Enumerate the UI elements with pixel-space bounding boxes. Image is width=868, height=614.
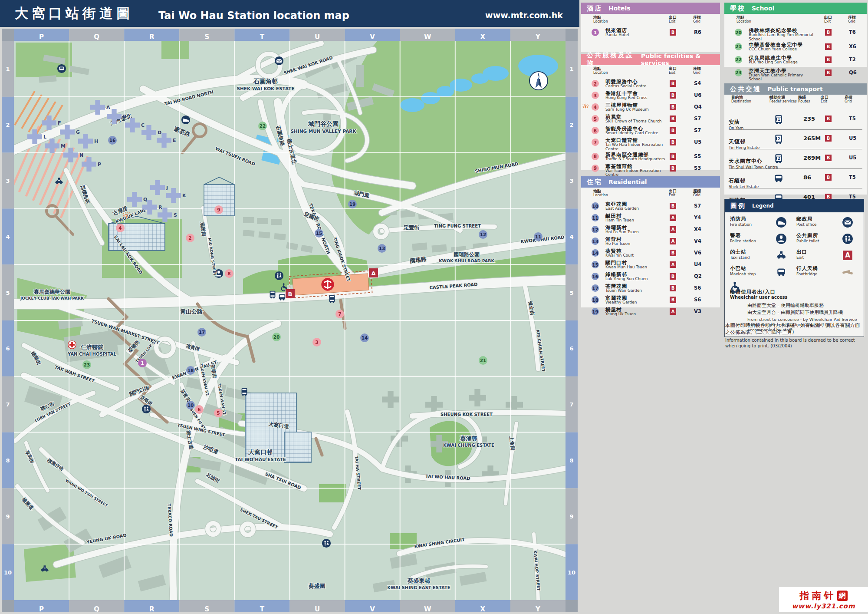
map-marker-9: 9 [214,205,223,214]
exit-badge: A [670,308,676,315]
exit-badge: B [670,116,676,122]
route-number: 86 [803,174,811,181]
area-label: TAI WO HAU ESTATE [235,457,286,462]
school-row: 20 佛教林炳炎紀念學校Buddhist Lam Bing Yim Memori… [724,28,867,41]
grid-reference: S7 [694,116,701,122]
residential-header: 住宅 Residential [581,176,720,188]
grid-row-label: 8 [569,457,573,464]
block-letter: R [158,205,162,210]
location-number-badge: 2 [592,80,599,87]
grid-row-label: 1 [569,66,573,72]
ddbus-icon [329,295,335,303]
location-name-en: Ham Tin Tsuen [605,218,668,222]
map-marker-21: 21 [479,356,487,365]
legend-icon [776,217,787,228]
grid-row-label: 6 [569,345,573,352]
legend-icon [842,250,853,261]
svg-text:22: 22 [260,123,266,129]
hotels-header: 酒店 Hotels [581,3,720,14]
area-label: KWAI SHING EAST ESTATE [387,585,450,590]
grid-reference: S4 [694,80,701,86]
area-label: 石圍角邨 [253,78,278,85]
grid-column-label: T [260,33,265,41]
route-number: 265M [803,135,821,142]
grid-row-label: 8 [6,457,10,464]
location-number-badge: 23 [735,69,742,76]
svg-text:8: 8 [227,271,230,276]
svg-text:18: 18 [187,368,194,373]
location-name-en: Smart Identity Card Centre [605,131,668,135]
location-name-en: Sam Tung Uk Museum [605,108,668,112]
residential-title-en: Residential [608,178,647,185]
map-marker-13: 13 [378,244,386,253]
grid-reference: R6 [694,29,701,35]
map-marker-1: 1 [138,359,147,367]
destination-zh: 天恆邨 [729,138,862,145]
toilet-icon [142,405,151,413]
map-marker-5: 5 [214,409,223,417]
location-number-badge: 3 [592,92,599,99]
post-icon [275,56,283,65]
location-number-badge: 11 [592,214,599,221]
legend-title-en: Legend [752,203,774,209]
svg-text:3: 3 [315,340,318,345]
area-label: 國瑞路公園 [454,251,480,257]
grid-reference: U6 [694,92,701,98]
mtr-website-link[interactable]: www.mtr.com.hk [485,10,563,20]
road-label: 青山公路 [180,308,203,315]
area-label: JOCKEY CLUB TAK WAH PARK [20,296,84,300]
block-letter: H [94,139,98,144]
residential-row: 10 東亞花園East Asia Garden B S7 [581,201,720,212]
grid-column-label: P [39,33,44,41]
wheelchair-note-zh1: 由路面至大堂 - 使用輪椅輔助車服務 [747,302,858,309]
facilities-header: 公共服務及設施 Public facilities & services [581,54,720,65]
svg-text:17: 17 [199,330,205,335]
location-number-badge: 22 [735,56,742,63]
residential-row: 17 荃灣花園Tsuen Wan Garden B S6 [581,284,720,294]
residential-row: 14 葵賢苑Kwai Yin Court B V6 [581,248,720,259]
feeder-bus-icon: 1 [773,113,784,125]
feeder-number: 2 [777,157,781,161]
grid-row-label: 4 [569,234,573,240]
residential-row: 15 關門口村Kwan Mun Hau Tsuen A U4 [581,260,720,271]
block-letter: A [106,105,110,110]
disclaimer-zh: 本圖付印時所載各項均力求準確，如有錯漏，俱以各有關方面之公佈為準。(二〇〇四年三… [725,322,862,336]
grid-row-label: 2 [569,122,573,128]
school-row: 23 荃灣天主教小學Tsuen Wan Catholic Primary Sch… [724,68,867,82]
wheelchair-note-en1: From street to concourse - by Wheelchair… [747,317,858,322]
block-letter: B [123,114,126,119]
location-name-en: Kwan Mun Hau Tsuen [605,265,668,269]
legend-icon [776,233,787,244]
grid-column-label: V [370,605,375,613]
grid-row-label: 1 [6,66,10,72]
exit-badge: B [670,285,676,291]
svg-text:19: 19 [349,201,356,207]
svg-text:4: 4 [118,225,122,231]
map-marker-16: 16 [108,136,117,145]
wheelchair-icon [729,281,742,294]
grid-row-label: 10 [568,569,575,576]
grid-reference: X4 [694,226,701,232]
svg-text:10: 10 [187,403,194,408]
map-marker-7: 7 [335,310,344,318]
map-marker-11: 11 [534,232,542,241]
exit-badge: B [825,29,832,36]
residential-row: 12 海壩新村Hoi Pa Sun Tsuen A X4 [581,225,720,236]
school-row: 21 中華基督教會全完中學CCC Chuen Yuen College B X6 [724,42,867,54]
grid-column-label: U [315,33,320,41]
location-number-badge: 20 [735,29,742,36]
exit-badge: B [670,165,676,172]
exit-badge: B [670,29,676,36]
residential-row: 11 鹹田村Ham Tin Tsuen A Y4 [581,213,720,224]
residential-row: 18 富麗花園Wealthy Garden B S6 [581,295,720,306]
feeder-number: 2 [777,137,781,141]
exit-badge: B [825,43,832,50]
watermark-url[interactable]: www.ly321.com [792,602,855,610]
map-board: 大窩口站街道圖 Tai Wo Hau Station location map … [0,0,579,614]
location-name-en: CCC Chuen Yuen College [749,47,815,51]
grid-reference: S6 [694,285,701,291]
transport-header: 公共交通 Public transport [724,83,867,95]
grid-reference: T6 [849,29,856,35]
facility-row: 5 荊冕堂SKH Crown of Thorns Church B S7 [581,114,720,125]
screenshot-root: 大窩口站街道圖 Tai Wo Hau Station location map … [0,0,868,614]
